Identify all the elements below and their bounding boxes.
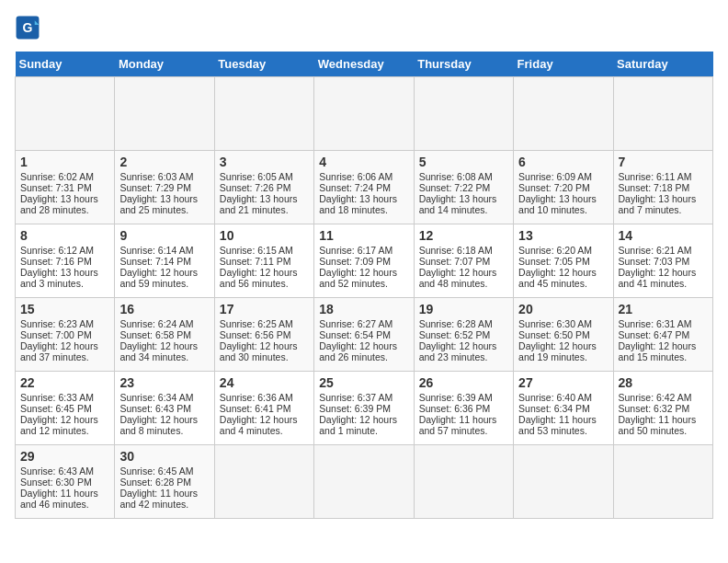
day-number: 7 — [619, 155, 708, 169]
calendar-cell: 30Sunrise: 6:45 AMSunset: 6:28 PMDayligh… — [115, 445, 214, 519]
sunset: Sunset: 6:36 PM — [419, 403, 491, 414]
sunrise: Sunrise: 6:08 AM — [419, 171, 493, 182]
sunset: Sunset: 7:03 PM — [619, 256, 690, 267]
calendar-cell: 2Sunrise: 6:03 AMSunset: 7:29 PMDaylight… — [115, 151, 214, 224]
sunrise: Sunrise: 6:31 AM — [619, 318, 692, 329]
daylight: Daylight: 13 hours and 10 minutes. — [518, 193, 597, 215]
daylight: Daylight: 13 hours and 7 minutes. — [619, 193, 697, 215]
sunrise: Sunrise: 6:33 AM — [20, 392, 94, 403]
daylight: Daylight: 12 hours and 19 minutes. — [518, 340, 597, 362]
sunrise: Sunrise: 6:17 AM — [319, 245, 392, 256]
calendar-week-2: 8Sunrise: 6:12 AMSunset: 7:16 PMDaylight… — [16, 224, 713, 298]
weekday-header-friday: Friday — [514, 52, 613, 77]
calendar-cell — [314, 77, 414, 151]
day-number: 25 — [319, 375, 408, 390]
sunrise: Sunrise: 6:28 AM — [419, 318, 493, 329]
sunrise: Sunrise: 6:39 AM — [419, 392, 493, 403]
daylight: Daylight: 12 hours and 37 minutes. — [20, 340, 98, 362]
sunset: Sunset: 7:00 PM — [20, 329, 92, 340]
daylight: Daylight: 12 hours and 41 minutes. — [619, 267, 697, 289]
sunset: Sunset: 6:32 PM — [619, 403, 690, 414]
calendar-cell: 28Sunrise: 6:42 AMSunset: 6:32 PMDayligh… — [613, 372, 712, 445]
sunset: Sunset: 7:26 PM — [220, 182, 291, 193]
day-number: 15 — [20, 302, 109, 316]
day-number: 11 — [319, 228, 408, 243]
calendar-cell — [214, 77, 313, 151]
daylight: Daylight: 12 hours and 52 minutes. — [319, 267, 397, 289]
sunset: Sunset: 6:43 PM — [119, 403, 191, 414]
sunrise: Sunrise: 6:34 AM — [119, 392, 193, 403]
sunset: Sunset: 6:41 PM — [220, 403, 291, 414]
daylight: Daylight: 11 hours and 57 minutes. — [419, 414, 497, 436]
day-number: 18 — [319, 302, 408, 316]
sunset: Sunset: 7:18 PM — [619, 182, 690, 193]
daylight: Daylight: 11 hours and 42 minutes. — [119, 488, 198, 510]
sunrise: Sunrise: 6:20 AM — [518, 245, 592, 256]
sunset: Sunset: 7:14 PM — [119, 256, 191, 267]
daylight: Daylight: 12 hours and 23 minutes. — [419, 340, 497, 362]
calendar-cell: 21Sunrise: 6:31 AMSunset: 6:47 PMDayligh… — [613, 298, 712, 372]
daylight: Daylight: 12 hours and 45 minutes. — [518, 267, 597, 289]
sunrise: Sunrise: 6:09 AM — [518, 171, 592, 182]
day-number: 21 — [619, 302, 708, 316]
sunset: Sunset: 6:39 PM — [319, 403, 391, 414]
calendar-cell: 23Sunrise: 6:34 AMSunset: 6:43 PMDayligh… — [115, 372, 214, 445]
daylight: Daylight: 13 hours and 18 minutes. — [319, 193, 397, 215]
sunset: Sunset: 7:07 PM — [419, 256, 491, 267]
daylight: Daylight: 12 hours and 30 minutes. — [220, 340, 298, 362]
sunset: Sunset: 6:47 PM — [619, 329, 690, 340]
calendar-week-3: 15Sunrise: 6:23 AMSunset: 7:00 PMDayligh… — [16, 298, 713, 372]
logo: G — [15, 15, 44, 40]
day-number: 8 — [20, 228, 109, 243]
calendar-cell — [514, 77, 613, 151]
sunrise: Sunrise: 6:45 AM — [119, 465, 193, 477]
daylight: Daylight: 11 hours and 50 minutes. — [619, 414, 697, 436]
day-number: 28 — [619, 375, 708, 390]
calendar-cell: 24Sunrise: 6:36 AMSunset: 6:41 PMDayligh… — [214, 372, 313, 445]
calendar-cell: 16Sunrise: 6:24 AMSunset: 6:58 PMDayligh… — [115, 298, 214, 372]
sunset: Sunset: 6:28 PM — [119, 477, 191, 488]
day-number: 4 — [319, 155, 408, 169]
sunset: Sunset: 7:16 PM — [20, 256, 92, 267]
calendar-cell: 11Sunrise: 6:17 AMSunset: 7:09 PMDayligh… — [314, 224, 414, 298]
calendar-cell: 19Sunrise: 6:28 AMSunset: 6:52 PMDayligh… — [414, 298, 513, 372]
day-number: 20 — [518, 302, 608, 316]
day-number: 29 — [20, 449, 109, 464]
calendar-cell: 9Sunrise: 6:14 AMSunset: 7:14 PMDaylight… — [115, 224, 214, 298]
day-number: 14 — [619, 228, 708, 243]
sunrise: Sunrise: 6:36 AM — [220, 392, 293, 403]
weekday-header-saturday: Saturday — [613, 52, 712, 77]
sunrise: Sunrise: 6:21 AM — [619, 245, 692, 256]
day-number: 9 — [119, 228, 209, 243]
calendar-week-4: 22Sunrise: 6:33 AMSunset: 6:45 PMDayligh… — [16, 372, 713, 445]
day-number: 22 — [20, 375, 109, 390]
day-number: 16 — [119, 302, 209, 316]
day-number: 6 — [518, 155, 608, 169]
daylight: Daylight: 13 hours and 3 minutes. — [20, 267, 98, 289]
day-number: 3 — [220, 155, 309, 169]
daylight: Daylight: 11 hours and 46 minutes. — [20, 488, 98, 510]
sunrise: Sunrise: 6:40 AM — [518, 392, 592, 403]
calendar-cell: 5Sunrise: 6:08 AMSunset: 7:22 PMDaylight… — [414, 151, 513, 224]
day-number: 27 — [518, 375, 608, 390]
day-number: 24 — [220, 375, 309, 390]
sunrise: Sunrise: 6:02 AM — [20, 171, 94, 182]
sunrise: Sunrise: 6:23 AM — [20, 318, 94, 329]
calendar-cell: 29Sunrise: 6:43 AMSunset: 6:30 PMDayligh… — [16, 445, 115, 519]
calendar-cell: 4Sunrise: 6:06 AMSunset: 7:24 PMDaylight… — [314, 151, 414, 224]
sunrise: Sunrise: 6:18 AM — [419, 245, 493, 256]
sunset: Sunset: 6:50 PM — [518, 329, 590, 340]
daylight: Daylight: 12 hours and 12 minutes. — [20, 414, 98, 436]
calendar-cell: 1Sunrise: 6:02 AMSunset: 7:31 PMDaylight… — [16, 151, 115, 224]
sunrise: Sunrise: 6:37 AM — [319, 392, 392, 403]
calendar-cell — [613, 77, 712, 151]
sunset: Sunset: 6:34 PM — [518, 403, 590, 414]
calendar-cell: 12Sunrise: 6:18 AMSunset: 7:07 PMDayligh… — [414, 224, 513, 298]
calendar-cell — [514, 445, 613, 519]
sunrise: Sunrise: 6:30 AM — [518, 318, 592, 329]
calendar-cell: 3Sunrise: 6:05 AMSunset: 7:26 PMDaylight… — [214, 151, 313, 224]
sunrise: Sunrise: 6:24 AM — [119, 318, 193, 329]
sunrise: Sunrise: 6:27 AM — [319, 318, 392, 329]
calendar-cell: 13Sunrise: 6:20 AMSunset: 7:05 PMDayligh… — [514, 224, 613, 298]
daylight: Daylight: 12 hours and 1 minute. — [319, 414, 397, 436]
